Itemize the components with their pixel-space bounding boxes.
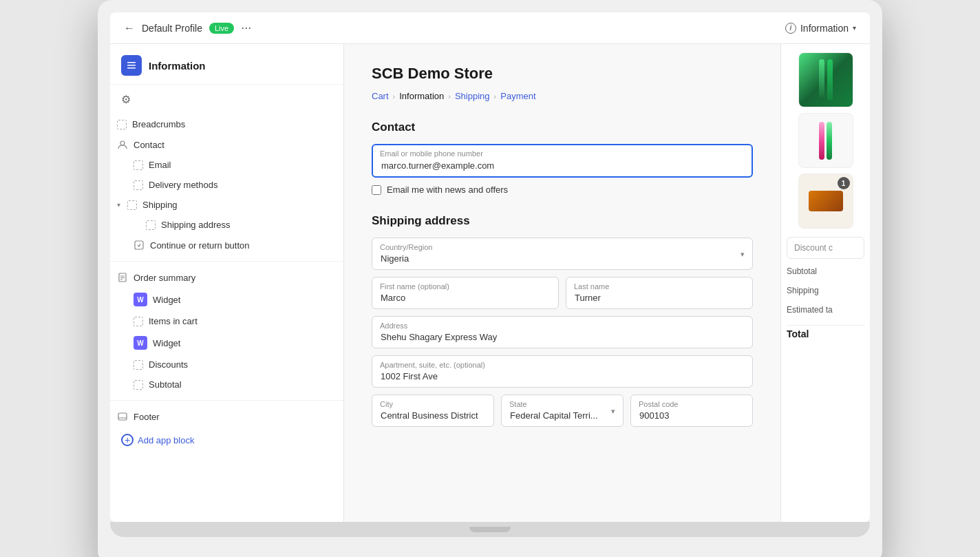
sidebar-title: Information: [149, 60, 206, 72]
shipping-address-icon: [146, 220, 156, 230]
breadcrumb-shipping[interactable]: Shipping: [455, 91, 490, 101]
order-summary-icon: [117, 272, 128, 283]
collapse-icon: ▾: [117, 201, 120, 209]
ski-2: [819, 122, 832, 160]
delivery-icon: [134, 180, 143, 190]
dots-menu[interactable]: ···: [241, 21, 251, 35]
sidebar-item-contact[interactable]: Contact: [110, 134, 343, 155]
top-bar-left: ← Default Profile Live ···: [124, 21, 251, 35]
continue-icon: [134, 240, 145, 251]
breadcrumb-information[interactable]: Information: [399, 91, 444, 101]
product-thumb-2: [798, 113, 853, 168]
contact-form-section: Contact Email or mobile phone number Ema…: [372, 120, 753, 195]
sidebar-item-order-summary[interactable]: Order summary: [110, 267, 343, 288]
address-label: Address: [380, 322, 407, 330]
sidebar-item-widget2[interactable]: W Widget: [110, 331, 343, 355]
ski-bar-left: [819, 59, 824, 101]
sidebar-item-footer[interactable]: Footer: [110, 406, 343, 427]
chevron-down-icon: ▾: [853, 24, 856, 32]
contact-section-title: Contact: [372, 120, 753, 134]
widget2-badge: W: [134, 336, 147, 350]
email-input-container: Email or mobile phone number: [372, 144, 753, 178]
estimated-tax-row: Estimated ta: [787, 303, 864, 317]
sidebar-item-email[interactable]: Email: [110, 155, 343, 175]
top-bar-right[interactable]: i Information ▾: [785, 23, 856, 34]
back-icon[interactable]: ←: [124, 22, 135, 34]
product-thumb-3: 1: [798, 174, 853, 229]
newsletter-checkbox[interactable]: [372, 185, 381, 195]
first-name-wrapper: First name (optional): [372, 277, 559, 309]
profile-name: Default Profile: [142, 23, 202, 34]
breadcrumb: Cart › Information › Shipping › Payment: [372, 91, 753, 101]
last-name-wrapper: Last name: [566, 277, 753, 309]
shipping-section-title: Shipping address: [372, 214, 753, 228]
sidebar-item-continue-button[interactable]: Continue or return button: [110, 235, 343, 255]
ski2-bar-right: [827, 122, 832, 160]
breadcrumb-sep3: ›: [494, 92, 497, 101]
country-wrapper: Country/Region Nigeria ▾: [372, 238, 753, 270]
svg-rect-1: [127, 65, 136, 66]
sidebar-item-breadcrumbs[interactable]: Breadcrumbs: [110, 114, 343, 134]
shipping-label: Shipping: [787, 286, 819, 295]
subtotal-icon: [134, 380, 143, 390]
sidebar: Information ⚙ Breadcrumbs: [110, 44, 344, 522]
center-panel: SCB Demo Store Cart › Information › Ship…: [344, 44, 780, 522]
svg-point-3: [120, 141, 125, 145]
address-input[interactable]: [372, 316, 753, 348]
add-app-block-button[interactable]: + Add app block: [110, 427, 343, 453]
email-icon: [134, 160, 143, 170]
total-label: Total: [787, 328, 809, 339]
sidebar-item-shipping-address[interactable]: Shipping address: [110, 215, 343, 235]
contact-icon: [117, 139, 128, 150]
svg-rect-2: [127, 67, 136, 69]
breadcrumb-sep2: ›: [448, 92, 451, 101]
svg-rect-4: [135, 241, 143, 249]
sidebar-item-shipping[interactable]: ▾ Shipping: [110, 195, 343, 215]
top-bar: ← Default Profile Live ··· i Information…: [110, 12, 870, 44]
product-thumb-1: [798, 52, 853, 107]
sidebar-item-delivery[interactable]: Delivery methods: [110, 175, 343, 195]
product-3-item: [809, 191, 843, 211]
country-label: Country/Region: [380, 243, 432, 251]
breadcrumb-sep1: ›: [393, 92, 396, 101]
svg-rect-9: [118, 413, 127, 420]
items-in-cart-icon: [134, 317, 143, 326]
sidebar-item-subtotal[interactable]: Subtotal: [110, 375, 343, 395]
svg-rect-0: [127, 62, 136, 63]
right-panel: 1 Discount c Subtotal Shipping Estimated…: [780, 44, 870, 522]
shipping-row: Shipping: [787, 284, 864, 297]
apartment-wrapper: Apartment, suite, etc. (optional): [372, 355, 753, 388]
subtotal-label: Subtotal: [787, 266, 817, 276]
sidebar-item-discounts[interactable]: Discounts: [110, 355, 343, 375]
estimated-tax-label: Estimated ta: [787, 305, 833, 315]
product-badge: 1: [838, 177, 850, 189]
discount-input[interactable]: Discount c: [787, 237, 864, 259]
discounts-icon: [134, 360, 143, 370]
add-circle-icon: +: [121, 434, 134, 446]
newsletter-row: Email me with news and offers: [372, 185, 753, 195]
ski2-bar-left: [819, 122, 824, 160]
sidebar-settings[interactable]: ⚙: [110, 85, 343, 114]
subtotal-row: Subtotal: [787, 264, 864, 278]
settings-icon[interactable]: ⚙: [121, 93, 131, 106]
breadcrumbs-icon: [117, 120, 127, 129]
shipping-icon: [127, 200, 137, 210]
city-label: City: [380, 400, 393, 408]
newsletter-label: Email me with news and offers: [387, 185, 508, 195]
breadcrumb-cart[interactable]: Cart: [372, 91, 389, 101]
postal-label: Postal code: [639, 400, 678, 408]
email-float-label: Email or mobile phone number: [380, 149, 483, 158]
apartment-label: Apartment, suite, etc. (optional): [380, 361, 485, 369]
total-row: Total: [787, 325, 864, 342]
ski-bar-right: [827, 59, 833, 101]
main-content: Information ⚙ Breadcrumbs: [110, 44, 870, 522]
state-wrapper: State Federal Capital Terri... ▾: [501, 395, 624, 427]
list-icon: [126, 60, 137, 71]
postal-wrapper: Postal code: [630, 395, 753, 427]
sidebar-nav: Breadcrumbs Contact: [110, 114, 343, 453]
info-icon: i: [785, 23, 796, 34]
info-label: Information: [800, 23, 849, 34]
sidebar-item-items-in-cart[interactable]: Items in cart: [110, 311, 343, 331]
sidebar-item-widget1[interactable]: W Widget: [110, 288, 343, 311]
breadcrumb-payment[interactable]: Payment: [500, 91, 535, 101]
